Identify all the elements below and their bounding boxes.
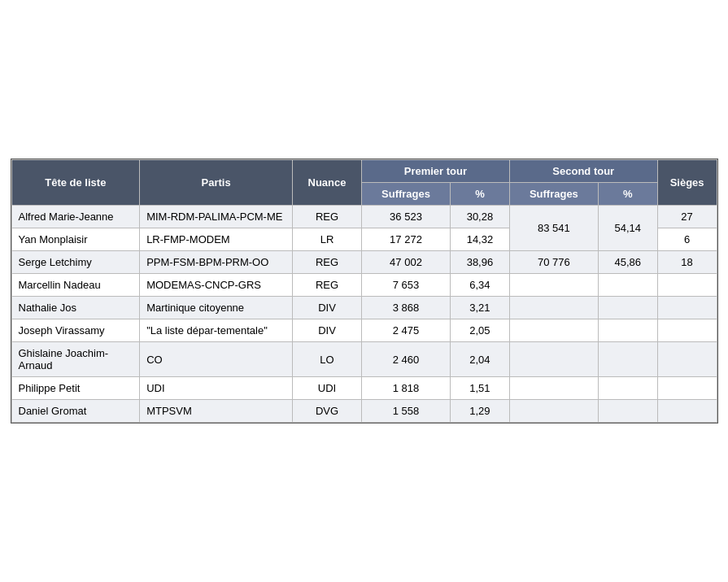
cell-pct1: 6,34 — [451, 274, 510, 297]
cell-nuance: UDI — [293, 377, 362, 400]
election-table: Tête de liste Partis Nuance Premier tour… — [11, 159, 717, 423]
cell-sieges — [657, 319, 717, 342]
cell-partis: MODEMAS-CNCP-GRS — [140, 274, 293, 297]
cell-partis: LR-FMP-MODEM — [140, 228, 293, 251]
table-row: Marcellin NadeauMODEMAS-CNCP-GRSREG7 653… — [11, 274, 717, 297]
cell-partis: MIM-RDM-PALIMA-PCM-ME — [140, 206, 293, 228]
cell-tete: Philippe Petit — [11, 377, 140, 400]
table-row: Nathalie JosMartinique citoyenneDIV3 868… — [11, 297, 717, 319]
cell-suffrages2 — [509, 274, 598, 297]
cell-pct2: 54,14 — [598, 206, 657, 251]
cell-tete: Marcellin Nadeau — [11, 274, 140, 297]
cell-nuance: DVG — [293, 400, 362, 423]
cell-nuance: REG — [293, 274, 362, 297]
cell-pct1: 30,28 — [451, 206, 510, 228]
table-row: Daniel GromatMTPSVMDVG1 5581,29 — [11, 400, 717, 423]
cell-pct1: 1,29 — [451, 400, 510, 423]
cell-pct1: 1,51 — [451, 377, 510, 400]
cell-tete: Joseph Virassamy — [11, 319, 140, 342]
cell-suffrages1: 17 272 — [361, 228, 450, 251]
cell-sieges: 27 — [657, 206, 717, 228]
cell-tete: Ghislaine Joachim-Arnaud — [11, 342, 140, 377]
cell-sieges — [657, 400, 717, 423]
table-row: Serge LetchimyPPM-FSM-BPM-PRM-OOREG47 00… — [11, 251, 717, 274]
cell-partis: PPM-FSM-BPM-PRM-OO — [140, 251, 293, 274]
election-table-wrapper: Tête de liste Partis Nuance Premier tour… — [11, 159, 718, 423]
cell-suffrages1: 7 653 — [361, 274, 450, 297]
cell-sieges: 6 — [657, 228, 717, 251]
col-header-nuance: Nuance — [293, 160, 362, 206]
cell-pct2 — [598, 297, 657, 319]
cell-pct2 — [598, 342, 657, 377]
cell-suffrages1: 36 523 — [361, 206, 450, 228]
cell-suffrages2 — [509, 342, 598, 377]
table-body: Alfred Marie-JeanneMIM-RDM-PALIMA-PCM-ME… — [11, 206, 717, 423]
cell-suffrages1: 1 558 — [361, 400, 450, 423]
cell-pct1: 2,04 — [451, 342, 510, 377]
cell-partis: UDI — [140, 377, 293, 400]
cell-nuance: LO — [293, 342, 362, 377]
cell-pct2: 45,86 — [598, 251, 657, 274]
col-header-pct1: % — [451, 183, 510, 206]
cell-tete: Serge Letchimy — [11, 251, 140, 274]
cell-nuance: DIV — [293, 297, 362, 319]
cell-pct2 — [598, 274, 657, 297]
cell-pct1: 3,21 — [451, 297, 510, 319]
table-row: Ghislaine Joachim-ArnaudCOLO2 4602,04 — [11, 342, 717, 377]
col-header-partis: Partis — [140, 160, 293, 206]
cell-nuance: DIV — [293, 319, 362, 342]
cell-sieges: 18 — [657, 251, 717, 274]
cell-suffrages2 — [509, 319, 598, 342]
cell-suffrages1: 2 460 — [361, 342, 450, 377]
cell-pct2 — [598, 377, 657, 400]
cell-sieges — [657, 297, 717, 319]
cell-sieges — [657, 377, 717, 400]
cell-tete: Yan Monplaisir — [11, 228, 140, 251]
table-row: Alfred Marie-JeanneMIM-RDM-PALIMA-PCM-ME… — [11, 206, 717, 228]
cell-pct1: 14,32 — [451, 228, 510, 251]
cell-tete: Alfred Marie-Jeanne — [11, 206, 140, 228]
cell-pct2 — [598, 400, 657, 423]
cell-nuance: REG — [293, 206, 362, 228]
cell-partis: MTPSVM — [140, 400, 293, 423]
cell-suffrages2 — [509, 297, 598, 319]
col-header-sieges: Sièges — [657, 160, 717, 206]
col-header-premier-tour: Premier tour — [361, 160, 509, 183]
cell-nuance: REG — [293, 251, 362, 274]
cell-suffrages1: 1 818 — [361, 377, 450, 400]
col-header-suffrages1: Suffrages — [361, 183, 450, 206]
cell-suffrages2: 70 776 — [509, 251, 598, 274]
cell-pct1: 38,96 — [451, 251, 510, 274]
col-header-suffrages2: Suffrages — [509, 183, 598, 206]
table-row: Philippe PetitUDIUDI1 8181,51 — [11, 377, 717, 400]
cell-nuance: LR — [293, 228, 362, 251]
cell-sieges — [657, 342, 717, 377]
col-header-tete: Tête de liste — [11, 160, 140, 206]
cell-partis: CO — [140, 342, 293, 377]
cell-pct1: 2,05 — [451, 319, 510, 342]
cell-suffrages2 — [509, 377, 598, 400]
cell-suffrages2 — [509, 400, 598, 423]
col-header-pct2: % — [598, 183, 657, 206]
cell-partis: Martinique citoyenne — [140, 297, 293, 319]
header-top-row: Tête de liste Partis Nuance Premier tour… — [11, 160, 717, 183]
cell-partis: "La liste dépar-tementale" — [140, 319, 293, 342]
table-row: Joseph Virassamy"La liste dépar-temental… — [11, 319, 717, 342]
cell-suffrages1: 2 475 — [361, 319, 450, 342]
cell-suffrages2: 83 541 — [509, 206, 598, 251]
cell-suffrages1: 47 002 — [361, 251, 450, 274]
cell-sieges — [657, 274, 717, 297]
cell-suffrages1: 3 868 — [361, 297, 450, 319]
cell-tete: Daniel Gromat — [11, 400, 140, 423]
col-header-second-tour: Second tour — [509, 160, 657, 183]
cell-tete: Nathalie Jos — [11, 297, 140, 319]
cell-pct2 — [598, 319, 657, 342]
